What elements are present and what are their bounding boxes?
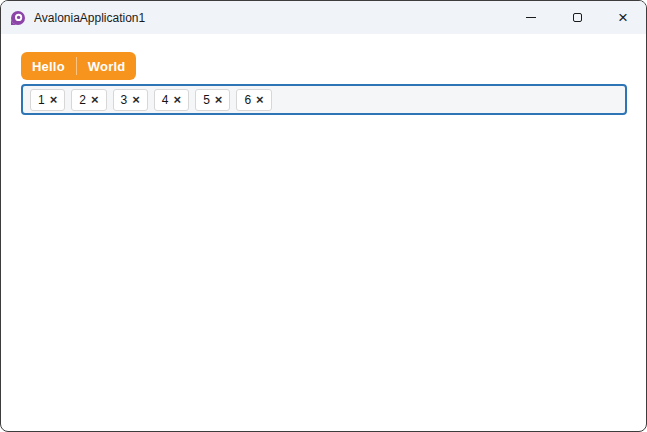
chip-remove-icon[interactable]: ×	[256, 93, 264, 106]
tab-world[interactable]: World	[77, 52, 137, 80]
chip-label: 5	[203, 94, 210, 106]
maximize-icon	[573, 13, 582, 22]
chip-label: 2	[79, 94, 86, 106]
chip-1: 1 ×	[30, 89, 65, 111]
tab-hello[interactable]: Hello	[21, 52, 76, 80]
minimize-button[interactable]	[508, 1, 554, 34]
close-icon: ×	[618, 9, 628, 26]
chip-6: 6 ×	[236, 89, 271, 111]
chip-3: 3 ×	[113, 89, 148, 111]
avalonia-logo-icon	[10, 10, 26, 26]
chip-2: 2 ×	[71, 89, 106, 111]
chip-remove-icon[interactable]: ×	[132, 93, 140, 106]
chip-label: 6	[244, 94, 251, 106]
tag-input[interactable]: 1 × 2 × 3 × 4 × 5 × 6 ×	[21, 84, 627, 115]
close-button[interactable]: ×	[600, 1, 646, 34]
chip-5: 5 ×	[195, 89, 230, 111]
chip-label: 1	[38, 94, 45, 106]
window-title: AvaloniaApplication1	[34, 11, 508, 25]
chip-remove-icon[interactable]: ×	[91, 93, 99, 106]
chip-remove-icon[interactable]: ×	[174, 93, 182, 106]
titlebar[interactable]: AvaloniaApplication1 ×	[1, 1, 646, 34]
maximize-button[interactable]	[554, 1, 600, 34]
chip-4: 4 ×	[154, 89, 189, 111]
chip-label: 4	[162, 94, 169, 106]
app-window: AvaloniaApplication1 × Hello World 1 × 2…	[0, 0, 647, 432]
window-controls: ×	[508, 1, 646, 34]
chip-remove-icon[interactable]: ×	[215, 93, 223, 106]
tabstrip: Hello World	[21, 52, 136, 80]
chip-label: 3	[121, 94, 128, 106]
chip-remove-icon[interactable]: ×	[50, 93, 58, 106]
minimize-icon	[526, 17, 536, 18]
